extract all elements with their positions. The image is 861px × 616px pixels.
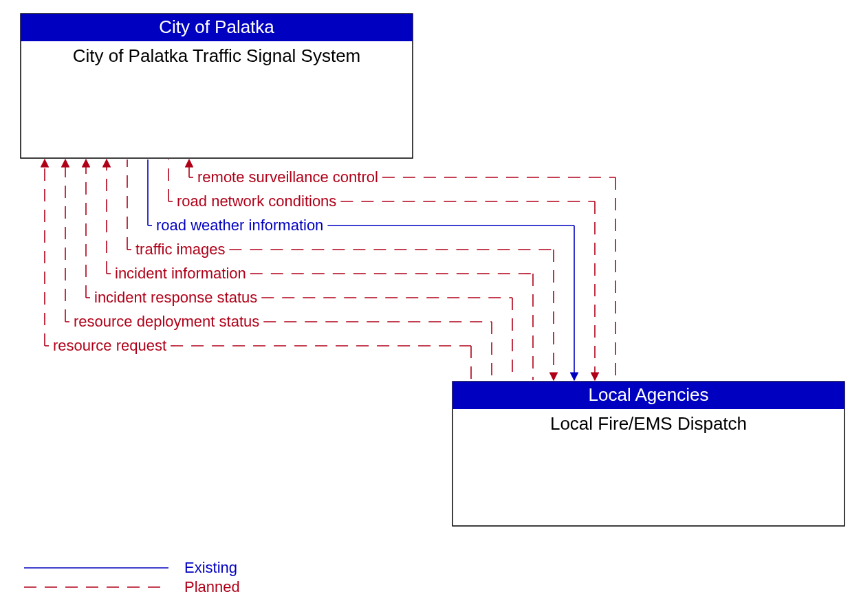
box-b-header: Local Agencies (589, 384, 709, 405)
flow-label: incident information (115, 265, 246, 282)
architecture-diagram: City of Palatka City of Palatka Traffic … (0, 0, 861, 616)
flow-label: traffic images (135, 241, 225, 258)
flow-label: incident response status (94, 289, 257, 306)
flow-label: road network conditions (177, 192, 336, 210)
box-local-agencies: Local Agencies Local Fire/EMS Dispatch (453, 382, 844, 526)
flow-label: remote surveillance control (197, 168, 378, 186)
box-a-header: City of Palatka (159, 16, 274, 37)
box-b-body: Local Fire/EMS Dispatch (550, 413, 747, 434)
box-a-body: City of Palatka Traffic Signal System (73, 45, 361, 66)
flow-label: road weather information (156, 217, 323, 234)
flows: remote surveillance controlroad network … (45, 160, 615, 380)
box-city-of-palatka: City of Palatka City of Palatka Traffic … (21, 14, 413, 158)
flow-label: resource request (53, 337, 166, 354)
legend-label-existing: Existing (184, 559, 237, 576)
legend: Existing Planned (24, 559, 240, 595)
flow-label: resource deployment status (74, 313, 259, 330)
legend-label-planned: Planned (184, 578, 240, 595)
